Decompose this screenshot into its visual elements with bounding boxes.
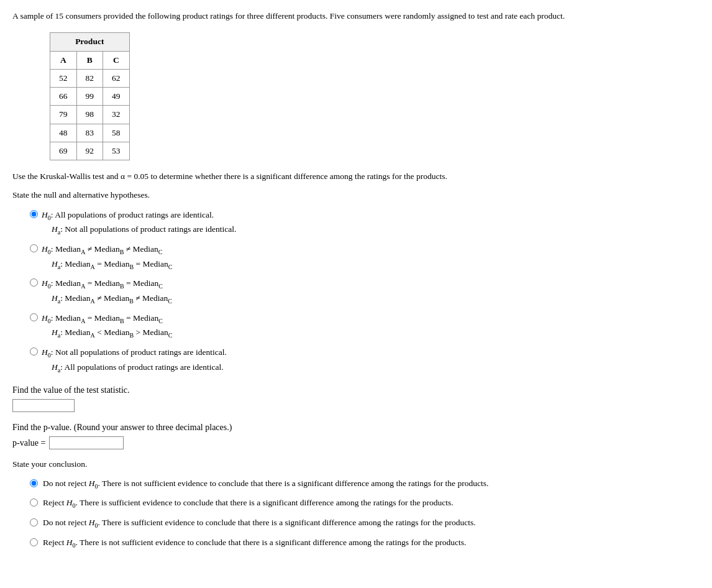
table-cell: 48 [50, 124, 77, 142]
table-cell: 58 [103, 124, 130, 142]
find-test-stat-label: Find the value of the test statistic. [12, 384, 700, 397]
table-cell: 62 [103, 69, 130, 87]
intro-text: A sample of 15 consumers provided the fo… [12, 10, 700, 22]
conc-radio-1[interactable] [30, 479, 38, 487]
table-row: 669949 [50, 88, 130, 106]
conc-radio-2[interactable] [30, 498, 38, 507]
conclusion-text: Do not reject H0. There is not sufficien… [43, 477, 488, 491]
conclusion-group: Do not reject H0. There is not sufficien… [30, 477, 700, 550]
state-hyp-text: State the null and alternative hypothese… [12, 189, 700, 201]
conclusion-item: Do not reject H0. There is not sufficien… [30, 477, 700, 491]
pvalue-section: Find the p-value. (Round your answer to … [12, 421, 700, 449]
hyp-block: H0: MedianA = MedianB = MedianCHa: Media… [42, 277, 172, 306]
pvalue-input[interactable] [49, 436, 124, 449]
h0-text: H0: MedianA = MedianB = MedianC [42, 277, 172, 292]
h0-text: H0: MedianA = MedianB = MedianC [42, 311, 172, 326]
table-row: 799832 [50, 106, 130, 124]
conclusion-text: Reject H0. There is not sufficient evide… [43, 536, 466, 550]
conclusion-text: Reject H0. There is sufficient evidence … [43, 497, 454, 510]
conclusion-text: Do not reject H0. There is sufficient ev… [43, 517, 476, 530]
table-row: 528262 [50, 69, 130, 87]
ha-text: Ha: Not all populations of product ratin… [52, 223, 236, 237]
pvalue-row: p-value = [12, 436, 700, 449]
hyp-radio-1[interactable] [30, 210, 38, 218]
table-header-product: Product [50, 33, 130, 51]
table-cell: 53 [103, 142, 130, 160]
hyp-block: H0: All populations of product ratings a… [42, 208, 236, 237]
hypothesis-item: H0: Not all populations of product ratin… [30, 346, 700, 375]
h0-text: H0: All populations of product ratings a… [42, 208, 236, 223]
table-cell: 79 [50, 106, 77, 124]
hypothesis-item: H0: All populations of product ratings a… [30, 208, 700, 237]
hyp-radio-2[interactable] [30, 244, 38, 252]
table-cell: 92 [76, 142, 103, 160]
product-table: Product A B C 52826266994979983248835869… [50, 32, 130, 160]
col-header-b: B [76, 51, 103, 69]
conclusion-item: Reject H0. There is sufficient evidence … [30, 497, 700, 510]
test-stat-section: Find the value of the test statistic. [12, 384, 700, 412]
pvalue-prefix: p-value = [12, 436, 45, 449]
table-cell: 49 [103, 88, 130, 106]
h0-text: H0: MedianA ≠ MedianB ≠ MedianC [42, 242, 172, 257]
data-table-container: Product A B C 52826266994979983248835869… [50, 32, 700, 160]
kruskal-text: Use the Kruskal-Wallis test and α = 0.05… [12, 170, 700, 183]
pvalue-label: Find the p-value. (Round your answer to … [12, 421, 700, 434]
conc-radio-4[interactable] [30, 538, 38, 546]
col-header-c: C [103, 51, 130, 69]
hypothesis-item: H0: MedianA = MedianB = MedianCHa: Media… [30, 311, 700, 341]
conclusion-item: Do not reject H0. There is sufficient ev… [30, 517, 700, 530]
conclusion-item: Reject H0. There is not sufficient evide… [30, 536, 700, 550]
table-cell: 82 [76, 69, 103, 87]
table-cell: 83 [76, 124, 103, 142]
table-row: 699253 [50, 142, 130, 160]
hyp-block: H0: Not all populations of product ratin… [42, 346, 227, 375]
hypothesis-item: H0: MedianA = MedianB = MedianCHa: Media… [30, 277, 700, 306]
table-cell: 69 [50, 142, 77, 160]
ha-text: Ha: All populations of product ratings a… [52, 361, 227, 375]
hyp-radio-4[interactable] [30, 313, 38, 321]
col-header-a: A [50, 51, 77, 69]
hyp-block: H0: MedianA = MedianB = MedianCHa: Media… [42, 311, 172, 341]
table-cell: 52 [50, 69, 77, 87]
hyp-radio-5[interactable] [30, 347, 38, 356]
hypothesis-group: H0: All populations of product ratings a… [30, 208, 700, 375]
table-cell: 66 [50, 88, 77, 106]
h0-text: H0: Not all populations of product ratin… [42, 346, 227, 361]
hyp-block: H0: MedianA ≠ MedianB ≠ MedianCHa: Media… [42, 242, 172, 272]
table-cell: 98 [76, 106, 103, 124]
ha-text: Ha: MedianA = MedianB = MedianC [52, 257, 172, 272]
hyp-radio-3[interactable] [30, 278, 38, 287]
table-row: 488358 [50, 124, 130, 142]
conc-radio-3[interactable] [30, 518, 38, 526]
table-cell: 99 [76, 88, 103, 106]
ha-text: Ha: MedianA ≠ MedianB ≠ MedianC [52, 292, 172, 306]
test-stat-input[interactable] [12, 399, 75, 412]
table-cell: 32 [103, 106, 130, 124]
state-conclusion-label: State your conclusion. [12, 458, 700, 471]
hypothesis-item: H0: MedianA ≠ MedianB ≠ MedianCHa: Media… [30, 242, 700, 272]
ha-text: Ha: MedianA < MedianB > MedianC [52, 326, 172, 341]
